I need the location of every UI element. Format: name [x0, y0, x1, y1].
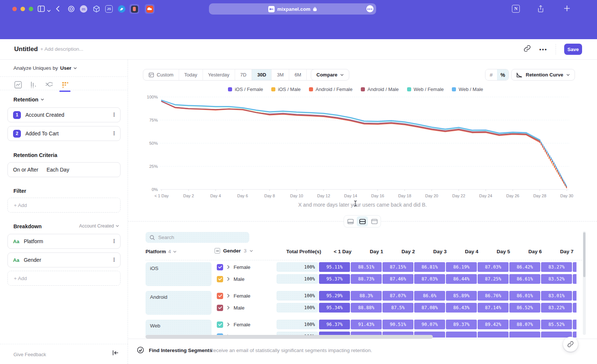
extension-bird-icon[interactable]	[117, 4, 126, 14]
retention-value-cell[interactable]: 86.19%	[446, 262, 477, 272]
breakdown-options-icon[interactable]: •••	[113, 258, 115, 262]
day-column-header[interactable]: Day 6	[516, 249, 547, 254]
unit-percent-toggle[interactable]: %	[497, 69, 509, 80]
share-link-fab[interactable]	[563, 337, 578, 352]
legend-item[interactable]: Web / Female	[407, 87, 444, 92]
legend-item[interactable]: iOS / Male	[271, 87, 301, 92]
series-checkbox[interactable]	[217, 264, 223, 270]
notion-icon[interactable]: N	[512, 5, 520, 13]
tab-insights[interactable]	[13, 79, 22, 90]
day-column-header[interactable]: Day 3	[421, 249, 451, 254]
retention-value-cell[interactable]: 83.01%	[541, 291, 572, 301]
horizontal-scrollbar[interactable]	[146, 335, 433, 339]
gender-label[interactable]: Female	[234, 322, 276, 327]
retention-value-cell[interactable]: 86.76%	[478, 291, 509, 301]
select-all-checkbox[interactable]	[215, 248, 220, 254]
retention-value-cell[interactable]: 88.07%	[509, 320, 540, 329]
vertical-scrollbar[interactable]	[583, 232, 585, 277]
retention-value-cell[interactable]: 89.42%	[478, 320, 509, 329]
window-zoom-button[interactable]	[29, 7, 33, 11]
tab-funnels[interactable]	[29, 79, 38, 90]
day-column-header[interactable]: Day 5	[484, 249, 515, 254]
breakdown-platform[interactable]: Aa Platform •••	[7, 234, 121, 249]
new-tab-icon[interactable]	[563, 5, 571, 13]
day-column-header[interactable]: Day 7	[547, 249, 578, 254]
layout-split-toggle[interactable]	[357, 216, 368, 226]
day-column-header[interactable]: Day 2	[389, 249, 420, 254]
series-checkbox[interactable]	[217, 276, 223, 282]
breakdown-scope-dropdown[interactable]: Account Created	[79, 223, 119, 229]
more-options-icon[interactable]: •••	[539, 46, 547, 53]
series-checkbox[interactable]	[217, 305, 223, 311]
gender-label[interactable]: Male	[234, 276, 276, 282]
layout-chart-only-toggle[interactable]	[345, 216, 356, 226]
window-minimize-button[interactable]	[21, 7, 25, 11]
compare-button[interactable]: Compare	[311, 69, 349, 81]
retention-criteria-card[interactable]: On or After Each Day	[7, 162, 121, 177]
retention-value-cell[interactable]: 88.3%	[351, 291, 382, 301]
analyze-value[interactable]: User	[60, 65, 71, 71]
day-column-header[interactable]: Day 4	[452, 249, 483, 254]
expand-row-icon[interactable]	[227, 265, 229, 269]
interesting-segments-title[interactable]: Find Interesting Segments	[149, 348, 212, 353]
retention-value-cell[interactable]: 87.03%	[478, 262, 509, 272]
tab-retention[interactable]	[60, 79, 69, 90]
range-7d[interactable]: 7D	[235, 69, 252, 80]
platform-column-header[interactable]: Platform 4	[146, 249, 176, 254]
retention-value-cell[interactable]	[509, 332, 540, 338]
retention-value-cell[interactable]: 95.29%	[319, 291, 350, 301]
window-close-button[interactable]	[12, 7, 17, 11]
retention-value-cell[interactable]: 88.88%	[351, 303, 382, 313]
step-added-to-cart[interactable]: 2 Added To Cart •••	[7, 126, 121, 141]
save-button[interactable]: Save	[564, 44, 582, 55]
retention-value-cell[interactable]: 88.73%	[351, 274, 382, 284]
step-account-created[interactable]: 1 Account Created •••	[7, 107, 121, 122]
retention-value-cell[interactable]: 87.08%	[414, 303, 445, 313]
range-today[interactable]: Today	[179, 69, 203, 80]
range-custom[interactable]: Custom	[143, 69, 179, 80]
retention-value-cell[interactable]: 86.6%	[414, 291, 445, 301]
expand-row-icon[interactable]	[227, 277, 229, 281]
retention-value-cell[interactable]: 83.52%	[541, 274, 572, 284]
retention-value-cell[interactable]: 87.5%	[382, 303, 413, 313]
extension-m-icon[interactable]: m	[79, 4, 88, 14]
unit-number-toggle[interactable]: #	[485, 69, 497, 80]
retention-value-cell[interactable]: 87.07%	[382, 291, 413, 301]
url-extensions-menu-icon[interactable]: •••	[366, 5, 373, 12]
table-search[interactable]: Search	[146, 232, 249, 243]
extension-cloud-icon[interactable]	[145, 4, 154, 14]
platform-cell[interactable]: Android	[146, 291, 212, 315]
day-column-header[interactable]: Day 1	[357, 249, 388, 254]
retention-value-cell[interactable]: 85.89%	[446, 291, 477, 301]
extension-target-icon[interactable]	[66, 4, 76, 14]
range-6m[interactable]: 6M	[289, 69, 307, 80]
day-column-header[interactable]: < 1 Day	[325, 249, 356, 254]
step-options-icon[interactable]: •••	[113, 113, 115, 117]
sidebar-toggle-icon[interactable]	[37, 5, 45, 14]
retention-value-cell[interactable]: 86.52%	[509, 303, 540, 313]
retention-value-cell[interactable]: 87.15%	[382, 262, 413, 272]
chevron-down-icon[interactable]	[47, 7, 51, 14]
retention-value-cell[interactable]: 91.43%	[351, 320, 382, 329]
chart-type-selector[interactable]: Retention Curve	[511, 69, 575, 81]
retention-value-cell[interactable]	[478, 332, 509, 338]
range-3m[interactable]: 3M	[272, 69, 289, 80]
retention-value-cell[interactable]: 87.46%	[382, 274, 413, 284]
breakdown-options-icon[interactable]: •••	[113, 239, 115, 244]
retention-value-cell[interactable]: 86.01%	[509, 291, 540, 301]
legend-item[interactable]: iOS / Female	[228, 87, 263, 92]
retention-value-cell[interactable]: 86.61%	[509, 274, 540, 284]
retention-value-cell[interactable]: 90.07%	[414, 320, 445, 329]
criteria-mode[interactable]: On or After	[13, 167, 38, 173]
extension-password-icon[interactable]	[129, 4, 139, 14]
gender-label[interactable]: Female	[234, 293, 276, 299]
retention-value-cell[interactable]: 95.37%	[319, 274, 350, 284]
retention-value-cell[interactable]: 95.34%	[319, 303, 350, 313]
copy-link-icon[interactable]	[523, 45, 531, 54]
retention-value-cell[interactable]	[541, 332, 572, 338]
series-checkbox[interactable]	[217, 293, 223, 299]
gender-column-header[interactable]: Gender 3	[215, 248, 253, 254]
breakdown-gender[interactable]: Aa Gender •••	[7, 252, 121, 267]
add-filter-button[interactable]: + Add	[7, 198, 121, 213]
report-title[interactable]: Untitled	[14, 46, 38, 53]
